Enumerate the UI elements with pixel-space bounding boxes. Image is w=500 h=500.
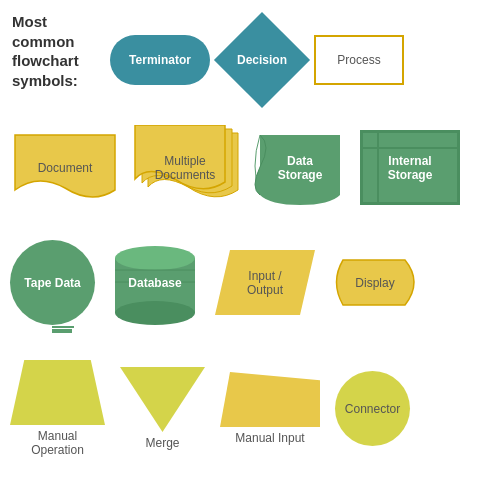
manualop-wrap: ManualOperation <box>10 360 105 457</box>
tapedata-shape: Tape Data <box>10 240 95 325</box>
terminator-label: Terminator <box>129 53 191 67</box>
terminator-shape: Terminator <box>110 35 210 85</box>
connector-label: Connector <box>345 402 400 416</box>
inputoutput-label: Input /Output <box>247 269 283 297</box>
process-shape: Process <box>314 35 404 85</box>
display-shape: Display <box>325 255 425 310</box>
tapedata-tail <box>52 326 74 328</box>
database-shape: Database <box>105 240 205 325</box>
merge-shape <box>120 367 205 432</box>
inputoutput-shape: Input /Output <box>215 250 315 315</box>
row2: Document MultipleDocuments DataStorage I… <box>10 125 460 210</box>
manualinput-wrap: Manual Input <box>220 372 320 445</box>
row1: Terminator Decision Process <box>110 20 404 100</box>
title: Most common flowchart symbols: <box>12 12 102 90</box>
connector-shape: Connector <box>335 371 410 446</box>
svg-point-1 <box>115 246 195 270</box>
merge-label: Merge <box>145 436 179 450</box>
manualinput-label: Manual Input <box>235 431 304 445</box>
process-label: Process <box>337 53 380 67</box>
manualop-label: ManualOperation <box>31 429 84 457</box>
decision-label: Decision <box>237 53 287 67</box>
document-label: Document <box>38 161 93 175</box>
display-label: Display <box>355 276 394 290</box>
datastorage-shape: DataStorage <box>250 130 350 205</box>
document-shape: Document <box>10 130 120 205</box>
row4: ManualOperation Merge Manual Input Conne… <box>10 360 410 457</box>
manualinput-shape <box>220 372 320 427</box>
tapedata-wrap: Tape Data <box>10 235 95 330</box>
svg-point-2 <box>115 301 195 325</box>
row3: Tape Data Database Input /Output Display <box>10 235 425 330</box>
datastorage-label: DataStorage <box>278 154 323 182</box>
internalstorage-shape: InternalStorage <box>360 130 460 205</box>
merge-wrap: Merge <box>120 367 205 450</box>
tapedata-label: Tape Data <box>24 276 80 290</box>
manualop-shape <box>10 360 105 425</box>
multidoc-label: MultipleDocuments <box>155 154 216 182</box>
database-label: Database <box>128 276 181 290</box>
internalstorage-label: InternalStorage <box>388 154 433 182</box>
multidoc-shape: MultipleDocuments <box>130 125 240 210</box>
decision-shape: Decision <box>222 20 302 100</box>
